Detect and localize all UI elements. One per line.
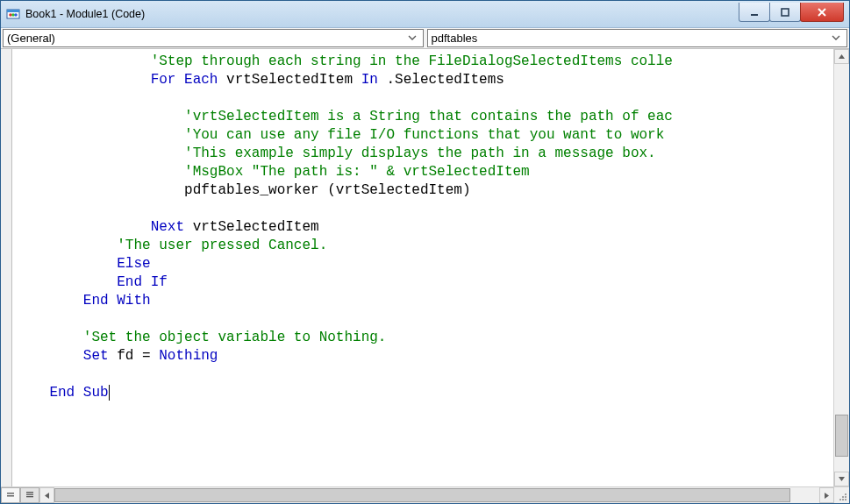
code-line[interactable]: End If <box>16 273 833 292</box>
procedure-dropdown-value: pdftables <box>432 32 830 45</box>
code-line[interactable]: Next vrtSelectedItem <box>16 218 833 237</box>
code-area: 'Step through each string in the FileDia… <box>1 49 849 486</box>
svg-point-12 <box>845 499 846 500</box>
scroll-down-button[interactable] <box>834 472 849 486</box>
code-line[interactable]: pdftables_worker (vrtSelectedItem) <box>16 181 833 200</box>
object-dropdown[interactable]: (General) <box>3 29 424 47</box>
code-line[interactable]: Set fd = Nothing <box>16 347 833 366</box>
code-window: Book1 - Module1 (Code) (General) pdftabl… <box>0 0 850 504</box>
svg-rect-7 <box>7 493 14 494</box>
code-line[interactable]: 'MsgBox "The path is: " & vrtSelectedIte… <box>16 163 833 181</box>
code-line[interactable]: For Each vrtSelectedItem In .SelectedIte… <box>16 71 833 89</box>
code-line[interactable] <box>16 366 833 384</box>
code-line[interactable]: 'You can use any file I/O functions that… <box>16 126 833 145</box>
minimize-button[interactable] <box>739 3 770 22</box>
svg-rect-6 <box>782 9 789 16</box>
scroll-left-button[interactable] <box>39 487 54 503</box>
svg-rect-8 <box>7 495 14 497</box>
titlebar[interactable]: Book1 - Module1 (Code) <box>1 1 849 28</box>
svg-point-15 <box>839 499 841 500</box>
scroll-right-button[interactable] <box>819 487 834 503</box>
module-icon <box>6 7 20 21</box>
chevron-down-icon <box>829 32 843 45</box>
svg-point-13 <box>842 499 844 500</box>
code-line[interactable]: 'vrtSelectedItem is a String that contai… <box>16 108 833 126</box>
svg-rect-5 <box>751 14 758 16</box>
code-line[interactable] <box>16 89 833 108</box>
close-button[interactable] <box>800 3 844 22</box>
procedure-dropdown[interactable]: pdftables <box>427 29 848 47</box>
code-line[interactable]: End Sub <box>16 384 833 402</box>
code-line[interactable]: 'Set the object variable to Nothing. <box>16 329 833 347</box>
vscroll-track[interactable] <box>834 64 849 472</box>
svg-point-16 <box>842 496 844 498</box>
horizontal-scrollbar[interactable] <box>39 487 834 503</box>
margin-bar[interactable] <box>1 49 12 486</box>
vertical-scrollbar[interactable] <box>833 49 849 486</box>
svg-point-17 <box>845 493 846 495</box>
svg-rect-1 <box>7 10 19 12</box>
maximize-button[interactable] <box>769 3 801 22</box>
vscroll-thumb[interactable] <box>835 415 848 458</box>
window-controls <box>739 3 849 22</box>
code-line[interactable]: End With <box>16 292 833 310</box>
code-line[interactable] <box>16 310 833 329</box>
dropdown-row: (General) pdftables <box>1 28 849 49</box>
code-line[interactable]: Else <box>16 255 833 273</box>
code-line[interactable]: 'The user pressed Cancel. <box>16 237 833 255</box>
svg-rect-11 <box>26 496 33 497</box>
full-module-view-button[interactable] <box>20 487 39 503</box>
svg-rect-10 <box>26 494 33 495</box>
code-line[interactable]: 'This example simply displays the path i… <box>16 145 833 163</box>
chevron-down-icon <box>405 32 419 45</box>
object-dropdown-value: (General) <box>7 32 405 45</box>
bottom-row <box>1 486 849 503</box>
code-line[interactable] <box>16 200 833 218</box>
window-title: Book1 - Module1 (Code) <box>25 8 739 20</box>
resize-grip[interactable] <box>834 487 849 503</box>
svg-rect-9 <box>26 492 33 493</box>
hscroll-thumb[interactable] <box>54 488 790 502</box>
scroll-up-button[interactable] <box>834 49 849 64</box>
hscroll-track[interactable] <box>54 487 819 503</box>
code-pane[interactable]: 'Step through each string in the FileDia… <box>12 49 833 486</box>
code-line[interactable]: 'Step through each string in the FileDia… <box>16 53 833 71</box>
svg-point-14 <box>845 496 846 498</box>
code-area-wrap: 'Step through each string in the FileDia… <box>1 49 849 503</box>
svg-point-4 <box>14 13 18 17</box>
procedure-view-button[interactable] <box>1 487 20 503</box>
